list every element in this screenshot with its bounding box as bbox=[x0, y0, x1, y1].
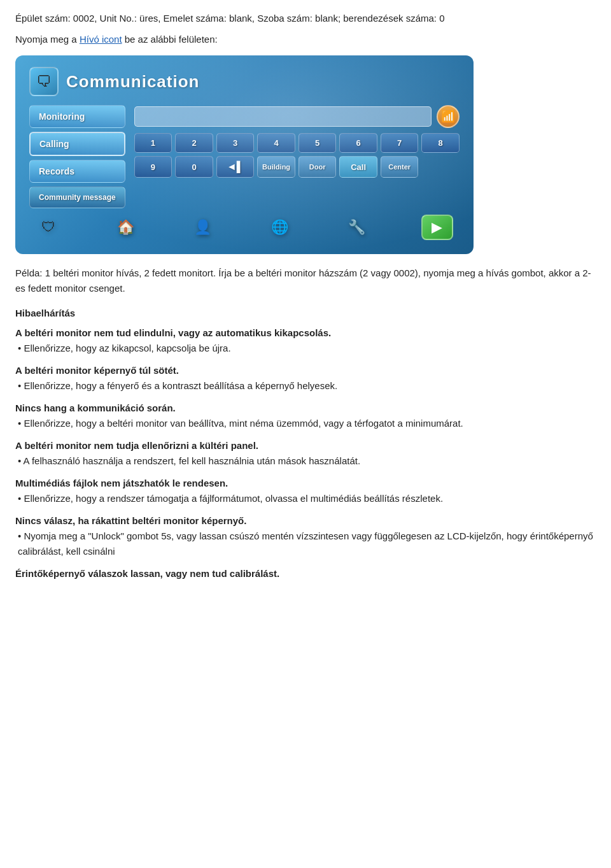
example-text: Példa: 1 beltéri monitor hívás, 2 fedett… bbox=[15, 266, 596, 296]
header-line2-suffix: be az alábbi felületen: bbox=[122, 34, 218, 45]
section-bullet-4: Ellenőrizze, hogy a rendszer támogatja a… bbox=[15, 491, 596, 506]
building-button[interactable]: Building bbox=[257, 156, 295, 178]
monitoring-button[interactable]: Monitoring bbox=[29, 105, 125, 128]
keypad-grid: 1 2 3 4 5 6 7 8 9 0 ◄▌ Building Door Cal… bbox=[134, 133, 460, 178]
key-8[interactable]: 8 bbox=[421, 133, 460, 153]
section-title-4: Multimédiás fájlok nem játszhatók le ren… bbox=[15, 478, 596, 488]
section-bullet-2: Ellenőrizze, hogy a beltéri monitor van … bbox=[15, 416, 596, 431]
backspace-button[interactable]: ◄▌ bbox=[216, 156, 255, 178]
tools-icon[interactable]: 🔧 bbox=[344, 215, 370, 240]
section-title-5: Nincs válasz, ha rákattint beltéri monit… bbox=[15, 515, 596, 526]
comm-bottom-icons: 🛡 🏠 👤 🌐 🔧 ▶ bbox=[29, 215, 460, 240]
header-line1: Épület szám: 0002, Unit No.: üres, Emele… bbox=[15, 11, 596, 26]
comm-header: 🗨 Communication bbox=[29, 67, 460, 96]
next-arrow-button[interactable]: ▶ bbox=[421, 215, 453, 240]
shield-icon[interactable]: 🛡 bbox=[36, 215, 61, 240]
comm-body: Monitoring Calling Records Community mes… bbox=[29, 105, 460, 208]
section-bullet-1: Ellenőrizze, hogy a fényerő és a kontras… bbox=[15, 378, 596, 394]
key-4[interactable]: 4 bbox=[257, 133, 295, 153]
section-title-3: A beltéri monitor nem tudja ellenőrizni … bbox=[15, 440, 596, 451]
key-1[interactable]: 1 bbox=[134, 133, 172, 153]
troubleshooting-heading: Hibaelhárítás bbox=[15, 308, 596, 318]
records-button[interactable]: Records bbox=[29, 160, 125, 183]
person-icon[interactable]: 👤 bbox=[190, 215, 215, 240]
section-title-0: A beltéri monitor nem tud elindulni, vag… bbox=[15, 327, 596, 338]
comm-logo-icon: 🗨 bbox=[29, 67, 59, 96]
section-bullet-0: Ellenőrizze, hogy az kikapcsol, kapcsolj… bbox=[15, 341, 596, 356]
key-7[interactable]: 7 bbox=[381, 133, 419, 153]
bell-button[interactable]: 📶 bbox=[437, 105, 460, 128]
center-button[interactable]: Center bbox=[381, 156, 419, 178]
section-title-2: Nincs hang a kommunikáció során. bbox=[15, 402, 596, 413]
door-button[interactable]: Door bbox=[298, 156, 337, 178]
communication-panel: 🗨 Communication Monitoring Calling Recor… bbox=[15, 55, 474, 254]
globe-icon[interactable]: 🌐 bbox=[267, 215, 293, 240]
header-line2: Nyomja meg a Hívó icont be az alábbi fel… bbox=[15, 32, 596, 47]
comm-title: Communication bbox=[66, 72, 199, 92]
section-title-6: Érintőképernyő válaszok lassan, vagy nem… bbox=[15, 568, 596, 579]
key-0[interactable]: 0 bbox=[175, 156, 213, 178]
call-button[interactable]: Call bbox=[339, 156, 377, 178]
section-title-1: A beltéri monitor képernyő túl sötét. bbox=[15, 365, 596, 376]
key-5[interactable]: 5 bbox=[298, 133, 337, 153]
key-2[interactable]: 2 bbox=[175, 133, 213, 153]
key-9[interactable]: 9 bbox=[134, 156, 172, 178]
header-line2-prefix: Nyomja meg a bbox=[15, 34, 80, 45]
key-3[interactable]: 3 bbox=[216, 133, 255, 153]
community-message-button[interactable]: Community message bbox=[29, 187, 125, 208]
home-icon[interactable]: 🏠 bbox=[113, 215, 138, 240]
section-bullet-3: A felhasználó használja a rendszert, fel… bbox=[15, 453, 596, 469]
comm-menu: Monitoring Calling Records Community mes… bbox=[29, 105, 125, 208]
key-6[interactable]: 6 bbox=[339, 133, 377, 153]
comm-keypad-area: 📶 1 2 3 4 5 6 7 8 9 0 ◄▌ Building Door C… bbox=[134, 105, 460, 208]
keypad-display bbox=[134, 106, 432, 127]
keypad-display-row: 📶 bbox=[134, 105, 460, 128]
hivo-icon-link[interactable]: Hívó icont bbox=[80, 34, 122, 45]
calling-button[interactable]: Calling bbox=[29, 132, 125, 156]
section-bullet-5: Nyomja meg a "Unlock" gombot 5s, vagy la… bbox=[15, 529, 596, 559]
